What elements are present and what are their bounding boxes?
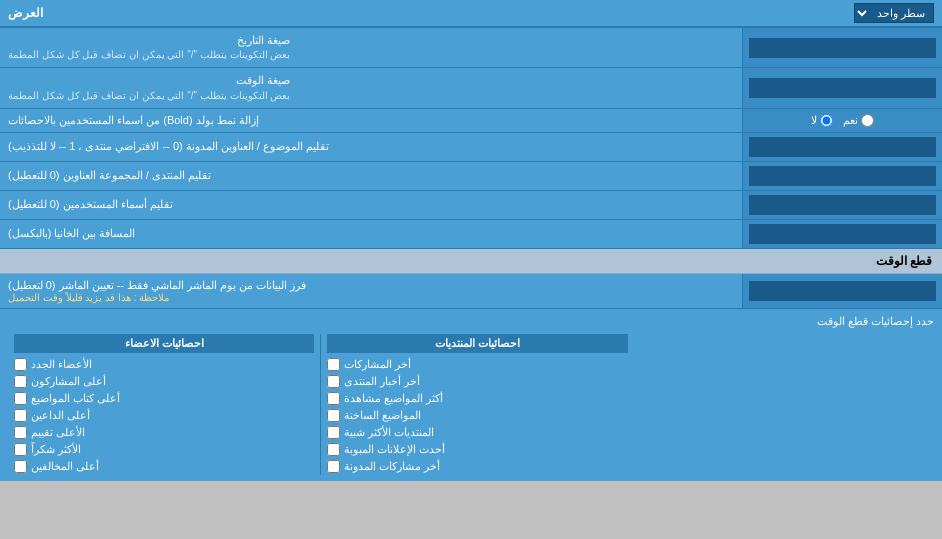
checkbox-forums-1[interactable] [327, 375, 340, 388]
forum-arrange-input[interactable]: 33 [749, 166, 936, 186]
checkbox-members-0[interactable] [14, 358, 27, 371]
checkbox-members-5[interactable] [14, 443, 27, 456]
user-arrange-row: 0 تقليم أسماء المستخدمين (0 للتعطيل) [0, 191, 942, 220]
header-row: سطر واحدسطرانثلاثة أسطر العرض [0, 0, 942, 28]
farz-input[interactable]: 0 [749, 281, 936, 301]
ard-label: العرض [8, 6, 43, 20]
farz-row: 0 فرز البيانات من يوم الماشر الماشي فقط … [0, 274, 942, 309]
ard-select[interactable]: سطر واحدسطرانثلاثة أسطر [854, 3, 934, 23]
topic-arrange-label: تقليم الموضوع / العناوين المدونة (0 -- ا… [0, 133, 742, 161]
col-forums: احصائيات المنتديات أخر المشاركات أخر أخب… [320, 334, 633, 475]
time-format-input[interactable]: H:i [749, 78, 936, 98]
checkbox-forums-3[interactable] [327, 409, 340, 422]
main-container: سطر واحدسطرانثلاثة أسطر العرض d-m صيغة ا… [0, 0, 942, 481]
checkbox-forums-2[interactable] [327, 392, 340, 405]
checkbox-members-4[interactable] [14, 426, 27, 439]
topic-arrange-row: 33 تقليم الموضوع / العناوين المدونة (0 -… [0, 133, 942, 162]
checkbox-item: أعلى الداعين [14, 407, 314, 424]
spacer-col [634, 334, 934, 475]
checkbox-item: أكثر المواضيع مشاهدة [327, 390, 627, 407]
checkbox-columns: احصائيات المنتديات أخر المشاركات أخر أخب… [8, 334, 934, 475]
checkbox-forums-6[interactable] [327, 460, 340, 473]
bold-radio-yes[interactable]: نعم [843, 114, 874, 127]
forum-arrange-input-area: 33 [742, 162, 942, 190]
user-arrange-label: تقليم أسماء المستخدمين (0 للتعطيل) [0, 191, 742, 219]
date-format-label: صيغة التاريخ بعض التكوينات يتطلب "/" الت… [0, 28, 742, 67]
checkbox-item: أخر مشاركات المدونة [327, 458, 627, 475]
checkbox-item: أعلى المشاركون [14, 373, 314, 390]
topic-arrange-input[interactable]: 33 [749, 137, 936, 157]
stats-title: حدد إحصائيات قطع الوقت [8, 315, 934, 328]
checkbox-members-6[interactable] [14, 460, 27, 473]
checkbox-forums-5[interactable] [327, 443, 340, 456]
topic-arrange-input-area: 33 [742, 133, 942, 161]
checkbox-item: أعلى كتاب المواضيع [14, 390, 314, 407]
bold-radio-no[interactable]: لا [811, 114, 833, 127]
forum-arrange-label: تقليم المنتدى / المجموعة العناوين (0 للت… [0, 162, 742, 190]
column-gap-input[interactable]: 2 [749, 224, 936, 244]
checkbox-item: المواضيع الساخنة [327, 407, 627, 424]
checkbox-item: أعلى المخالفين [14, 458, 314, 475]
checkbox-item: أخر أخبار المنتدى [327, 373, 627, 390]
stats-section: حدد إحصائيات قطع الوقت احصائيات المنتديا… [0, 309, 942, 481]
column-gap-input-area: 2 [742, 220, 942, 248]
farz-input-area: 0 [742, 274, 942, 308]
checkbox-item: الأعلى تقييم [14, 424, 314, 441]
time-format-row: H:i صيغة الوقت بعض التكوينات يتطلب "/" ا… [0, 68, 942, 108]
date-format-input-area: d-m [742, 28, 942, 67]
checkbox-members-1[interactable] [14, 375, 27, 388]
column-gap-label: المسافة بين الخانيا (بالبكسل) [0, 220, 742, 248]
col-members: احصائيات الاعضاء الأعضاء الجدد أعلى المش… [8, 334, 320, 475]
checkbox-members-3[interactable] [14, 409, 27, 422]
col-members-header: احصائيات الاعضاء [14, 334, 314, 353]
date-format-input[interactable]: d-m [749, 38, 936, 58]
checkbox-item: الأعضاء الجدد [14, 356, 314, 373]
checkbox-item: الأكثر شكراً [14, 441, 314, 458]
forum-arrange-row: 33 تقليم المنتدى / المجموعة العناوين (0 … [0, 162, 942, 191]
checkbox-item: المنتديات الأكثر شبية [327, 424, 627, 441]
time-format-input-area: H:i [742, 68, 942, 107]
time-format-label: صيغة الوقت بعض التكوينات يتطلب "/" التي … [0, 68, 742, 107]
cutoff-section-header: قطع الوقت [0, 249, 942, 274]
user-arrange-input[interactable]: 0 [749, 195, 936, 215]
farz-label: فرز البيانات من يوم الماشر الماشي فقط --… [0, 274, 742, 308]
bold-remove-label: إزالة نمط بولد (Bold) من اسماء المستخدمي… [0, 109, 742, 132]
user-arrange-input-area: 0 [742, 191, 942, 219]
date-format-row: d-m صيغة التاريخ بعض التكوينات يتطلب "/"… [0, 28, 942, 68]
checkbox-forums-0[interactable] [327, 358, 340, 371]
bold-radio-options: نعم لا [742, 109, 942, 132]
checkbox-forums-4[interactable] [327, 426, 340, 439]
checkbox-members-2[interactable] [14, 392, 27, 405]
checkbox-item: أحدث الإعلانات المبوبة [327, 441, 627, 458]
bold-remove-row: نعم لا إزالة نمط بولد (Bold) من اسماء ال… [0, 109, 942, 133]
col-forums-header: احصائيات المنتديات [327, 334, 627, 353]
checkbox-item: أخر المشاركات [327, 356, 627, 373]
column-gap-row: 2 المسافة بين الخانيا (بالبكسل) [0, 220, 942, 249]
